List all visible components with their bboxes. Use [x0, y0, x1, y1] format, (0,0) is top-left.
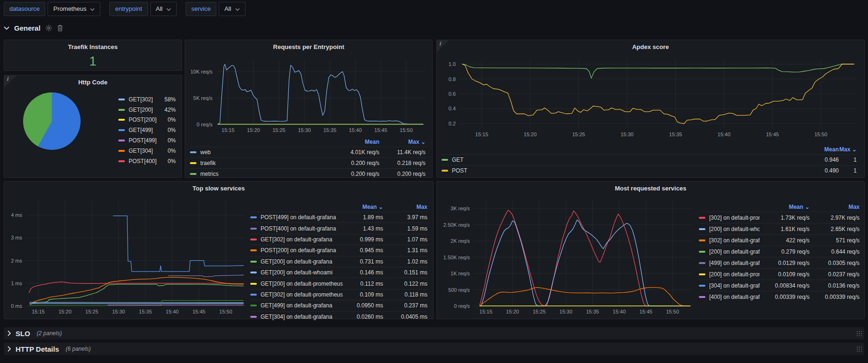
- svg-text:15:35: 15:35: [586, 309, 599, 314]
- series-mean: 0.279 req/s: [760, 248, 810, 255]
- legend-row[interactable]: GET[302] on default-grafana 0.999 ms 1.0…: [250, 234, 427, 245]
- series-mean: 0.490: [799, 167, 839, 174]
- template-variable: service All: [186, 2, 246, 16]
- svg-text:15:15: 15:15: [479, 309, 492, 314]
- legend-row[interactable]: GET[200] on default-prometheus 0.112 ms …: [250, 278, 427, 289]
- panel-title[interactable]: Http Code: [4, 75, 181, 86]
- legend-row[interactable]: [302] on default-grafana 422 req/s 571 r…: [699, 234, 860, 246]
- series-name: POST[400] on default-grafana: [261, 225, 336, 232]
- legend-row[interactable]: traefik 0.200 req/s 0.218 req/s: [190, 157, 426, 168]
- series-name: [302] on default-grafana: [709, 237, 760, 244]
- panel-title[interactable]: Apdex score: [437, 40, 864, 50]
- series-color-swatch: [250, 294, 257, 296]
- svg-text:2 ms: 2 ms: [11, 258, 22, 264]
- panel-info-icon[interactable]: i: [437, 40, 449, 52]
- drag-handle[interactable]: [856, 330, 862, 336]
- panel-title[interactable]: Requests per Entrypoint: [185, 40, 432, 50]
- panel-title[interactable]: Top slow services: [4, 182, 433, 192]
- apdex-chart[interactable]: 15:1515:2015:2515:3015:3515:4015:4515:50…: [438, 53, 863, 140]
- legend-row[interactable]: [499] on default-grafana 0.0129 req/s 0.…: [699, 257, 860, 268]
- legend-row[interactable]: GET[302] 58%: [118, 94, 176, 105]
- legend-row[interactable]: [302] on default-prometheus 1.73K req/s …: [699, 212, 860, 223]
- panel-title[interactable]: Traefik Instances: [4, 40, 181, 50]
- legend-row[interactable]: GET[200] 42%: [118, 105, 176, 115]
- series-name: GET[200] on default-whoami: [261, 269, 333, 276]
- legend-row[interactable]: [304] on default-grafana 0.00834 req/s 0…: [699, 280, 860, 291]
- legend-header-max[interactable]: Max: [810, 204, 860, 210]
- series-max: 0.218 req/s: [379, 160, 426, 166]
- series-mean: 0.00339 req/s: [760, 294, 810, 300]
- most-requested-chart[interactable]: 15:1515:2015:2515:3015:3515:4015:4515:50…: [438, 196, 695, 317]
- legend-row[interactable]: GET[499] 0%: [118, 125, 176, 135]
- panel-info-icon[interactable]: i: [4, 75, 16, 88]
- svg-text:15:50: 15:50: [814, 132, 827, 137]
- legend-header-mean[interactable]: Mean: [799, 146, 839, 153]
- series-max: 2.97K req/s: [810, 214, 860, 221]
- svg-text:2K req/s: 2K req/s: [450, 238, 470, 244]
- panel-title[interactable]: Most requested services: [437, 182, 864, 192]
- legend-row[interactable]: [200] on default-prometheus 0.0109 req/s…: [699, 268, 860, 280]
- svg-text:15:40: 15:40: [718, 132, 731, 137]
- trash-icon[interactable]: [57, 25, 63, 32]
- series-color-swatch: [699, 217, 705, 219]
- chevron-down-icon: [4, 26, 9, 30]
- series-mean: 0.0109 req/s: [760, 271, 810, 278]
- legend-header-max[interactable]: Max: [383, 204, 427, 210]
- legend-row[interactable]: GET[499] on default-grafana 0.0950 ms 0.…: [250, 300, 427, 311]
- series-mean: 1.89 ms: [343, 214, 383, 221]
- svg-text:4 ms: 4 ms: [11, 212, 22, 218]
- legend-row[interactable]: POST[499] 0%: [118, 135, 176, 146]
- legend-row[interactable]: POST[499] on default-grafana 1.89 ms 3.9…: [250, 212, 427, 223]
- legend-row[interactable]: GET 0.946 1: [442, 154, 857, 165]
- legend-row[interactable]: POST[400] 0%: [118, 156, 176, 166]
- svg-text:1K req/s: 1K req/s: [450, 271, 470, 276]
- variable-current-value: Prometheus: [53, 2, 86, 16]
- legend-row[interactable]: GET[200] on default-whoami 0.146 ms 0.15…: [250, 267, 427, 278]
- legend-header-mean[interactable]: Mean ⌄: [760, 204, 810, 210]
- row-slo[interactable]: SLO (2 panels): [4, 327, 864, 339]
- series-name: GET[499]: [129, 127, 153, 133]
- top-slow-chart[interactable]: 15:1515:2015:2515:3015:3515:4015:4515:50…: [5, 196, 248, 317]
- variable-value-dropdown[interactable]: All: [219, 2, 245, 16]
- most-requested-legend: . Mean ⌄ Max [302] on default-prometheus…: [699, 202, 860, 302]
- legend-row[interactable]: GET[304] 0%: [118, 146, 176, 156]
- http-code-pie-chart[interactable]: [23, 92, 81, 150]
- legend-row[interactable]: POST 0.490 1: [442, 165, 857, 176]
- svg-text:15:35: 15:35: [139, 309, 152, 314]
- chevron-down-icon: [235, 8, 240, 11]
- series-percent: 42%: [161, 107, 176, 113]
- svg-text:15:20: 15:20: [58, 309, 72, 314]
- legend-row[interactable]: web 4.01K req/s 11.4K req/s: [190, 147, 426, 157]
- legend-row[interactable]: [200] on default-whoami 1.61K req/s 2.65…: [699, 223, 860, 234]
- legend-row[interactable]: GET[302] on default-prometheus 0.109 ms …: [250, 289, 427, 300]
- legend-row[interactable]: POST[200] 0%: [118, 115, 176, 125]
- gear-icon[interactable]: [45, 25, 52, 32]
- svg-text:15:20: 15:20: [506, 309, 519, 314]
- legend-header-mean[interactable]: Mean: [324, 139, 379, 145]
- legend-row[interactable]: metrics 0.200 req/s 0.200 req/s: [190, 168, 426, 179]
- series-mean: 4.01K req/s: [324, 149, 379, 156]
- series-max: 0.644 req/s: [810, 248, 860, 255]
- series-max: 0.200 req/s: [379, 171, 426, 177]
- legend-row[interactable]: POST[200] on default-grafana 0.945 ms 1.…: [250, 245, 427, 256]
- svg-text:15:30: 15:30: [559, 309, 573, 314]
- variable-value-dropdown[interactable]: Prometheus: [48, 2, 100, 16]
- drag-handle[interactable]: [856, 346, 862, 352]
- legend-row[interactable]: GET[200] on default-grafana 0.731 ms 1.0…: [250, 256, 427, 267]
- legend-header-max[interactable]: Max ⌄: [839, 146, 857, 153]
- row-general[interactable]: General: [4, 23, 63, 33]
- legend-row[interactable]: [200] on default-grafana 0.279 req/s 0.6…: [699, 246, 860, 257]
- series-color-swatch: [118, 119, 125, 121]
- legend-row[interactable]: GET[304] on default-grafana 0.0260 ms 0.…: [250, 311, 427, 322]
- legend-row[interactable]: POST[400] on default-grafana 1.43 ms 1.5…: [250, 223, 427, 233]
- top-slow-legend: . Mean ⌄ Max POST[499] on default-grafan…: [250, 202, 427, 322]
- requests-chart[interactable]: 15:1515:2015:2515:3015:3515:4015:4515:50…: [186, 53, 431, 136]
- legend-header-mean[interactable]: Mean ⌄: [343, 204, 383, 210]
- svg-text:15:40: 15:40: [349, 127, 362, 133]
- legend-header-max[interactable]: Max ⌄: [379, 139, 426, 145]
- http-code-legend: GET[302] 58% GET[200] 42% POST[200] 0% G…: [118, 94, 176, 166]
- legend-row[interactable]: [400] on default-grafana 0.00339 req/s 0…: [699, 291, 860, 302]
- variable-value-dropdown[interactable]: All: [150, 2, 177, 16]
- row-http-details[interactable]: HTTP Details (6 panels): [4, 343, 864, 355]
- series-color-swatch: [250, 316, 257, 318]
